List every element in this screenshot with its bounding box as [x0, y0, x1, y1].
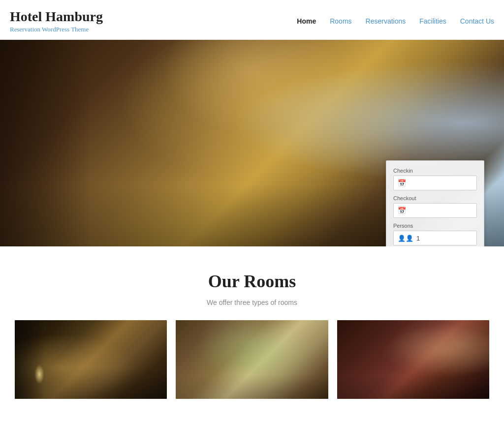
checkout-input[interactable] — [409, 207, 472, 214]
checkout-field: Checkout 📅 — [393, 195, 477, 218]
persons-field: Persons 👤👤 — [393, 223, 477, 245]
hero-section: Checkin 📅 Checkout 📅 Persons 👤👤 Check av… — [0, 40, 504, 246]
room-card-1[interactable] — [15, 320, 167, 399]
lamp-light-decoration — [34, 364, 44, 384]
main-nav: Home Rooms Reservations Facilities Conta… — [297, 17, 494, 25]
persons-input[interactable] — [416, 235, 472, 242]
checkin-field: Checkin 📅 — [393, 168, 477, 190]
rooms-subtitle: We offer three types of rooms — [10, 299, 494, 306]
site-title: Hotel Hamburg — [10, 9, 103, 25]
persons-icon: 👤👤 — [398, 235, 413, 242]
room-cards-container — [10, 320, 494, 399]
checkin-label: Checkin — [393, 168, 477, 174]
nav-home[interactable]: Home — [297, 17, 316, 25]
site-header: Hotel Hamburg Reservation WordPress Them… — [0, 0, 504, 40]
rooms-title: Our Rooms — [10, 271, 494, 292]
checkout-input-wrapper[interactable]: 📅 — [393, 203, 477, 218]
reservation-widget: Checkin 📅 Checkout 📅 Persons 👤👤 Check av… — [386, 160, 484, 246]
checkin-input-wrapper[interactable]: 📅 — [393, 176, 477, 190]
nav-contact[interactable]: Contact Us — [460, 17, 494, 25]
room-card-3[interactable] — [337, 320, 489, 399]
nav-facilities[interactable]: Facilities — [419, 17, 446, 25]
checkin-calendar-icon: 📅 — [398, 179, 406, 187]
logo-area: Hotel Hamburg Reservation WordPress Them… — [10, 9, 103, 33]
room-card-2[interactable] — [176, 320, 328, 399]
checkout-label: Checkout — [393, 195, 477, 201]
checkin-input[interactable] — [409, 180, 472, 187]
site-subtitle: Reservation WordPress Theme — [10, 26, 103, 33]
nav-rooms[interactable]: Rooms — [330, 17, 351, 25]
nav-reservations[interactable]: Reservations — [366, 17, 406, 25]
checkout-calendar-icon: 📅 — [398, 207, 406, 214]
rooms-section: Our Rooms We offer three types of rooms — [0, 246, 504, 414]
persons-input-wrapper[interactable]: 👤👤 — [393, 231, 477, 245]
persons-label: Persons — [393, 223, 477, 229]
